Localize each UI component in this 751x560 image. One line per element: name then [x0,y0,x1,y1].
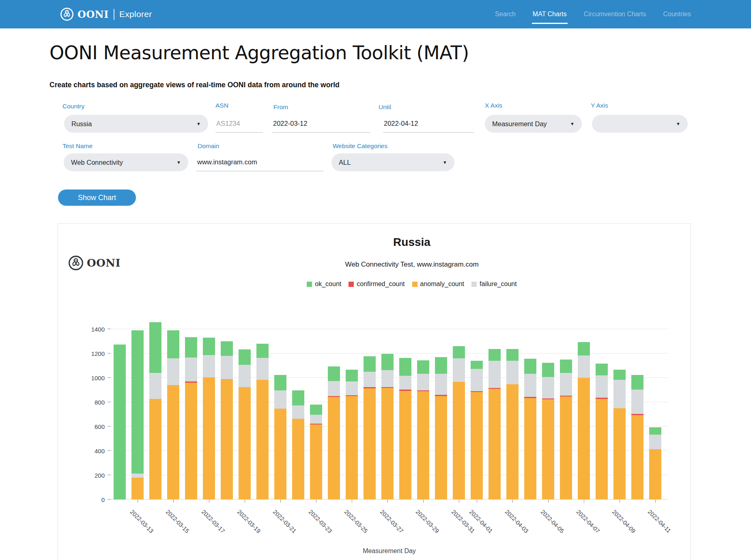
bar-segment-failure_count [292,405,304,419]
x-tick-mark [548,500,549,503]
chevron-down-icon: ▼ [172,160,181,165]
bar-2022-03-16[interactable] [185,317,197,500]
x-tick-mark [584,500,584,503]
bar-segment-anomaly_count [203,377,215,500]
bar-2022-03-28[interactable] [399,317,411,500]
bar-2022-03-14[interactable] [149,317,161,500]
bar-segment-ok_count [542,363,554,377]
bar-2022-03-24[interactable] [328,317,340,500]
bar-segment-ok_count [149,322,161,373]
x-tick-mark [620,500,620,503]
bar-2022-04-10[interactable] [631,317,643,500]
ooni-watermark-text: OONI [87,257,121,269]
bar-segment-confirmed_count [524,397,536,398]
bar-2022-03-22[interactable] [292,317,304,500]
x-tick-label: 2022-03-13 [129,508,155,534]
website-categories-label: Website Categories [333,142,387,150]
bar-2022-03-23[interactable] [310,317,322,500]
bar-segment-failure_count [435,374,447,395]
x-axis-select[interactable]: Measurement Day ▼ [485,115,582,133]
legend-label: failure_count [480,280,517,288]
legend-item-confirmed_count[interactable]: confirmed_count [349,280,405,288]
bar-2022-03-30[interactable] [435,317,447,500]
bar-segment-confirmed_count [560,396,572,396]
bar-segment-ok_count [613,370,626,380]
bar-segment-failure_count [149,373,161,399]
bar-segment-failure_count [185,358,197,381]
nav-item-circumvention-charts[interactable]: Circumvention Charts [584,11,646,18]
domain-input[interactable] [196,153,323,171]
bar-2022-04-05[interactable] [542,317,554,500]
x-tick-label: 2022-04-11 [647,508,672,534]
bar-2022-03-27[interactable] [381,317,394,500]
x-tick-mark [459,500,459,503]
bar-segment-confirmed_count [417,390,429,391]
bar-2022-04-03[interactable] [506,317,519,500]
x-tick-mark [209,500,209,503]
country-select[interactable]: Russia ▼ [64,115,208,133]
bar-2022-03-20[interactable] [256,317,269,500]
bar-2022-04-09[interactable] [613,317,626,500]
legend-item-anomaly_count[interactable]: anomaly_count [412,280,465,288]
bar-2022-03-21[interactable] [274,317,286,500]
show-chart-button[interactable]: Show Chart [58,190,136,206]
bar-2022-03-29[interactable] [417,317,429,500]
bar-2022-04-01[interactable] [471,317,483,500]
bar-segment-anomaly_count [167,385,179,500]
bar-2022-03-13[interactable] [131,317,144,500]
chart-legend: ok_countconfirmed_countanomaly_countfail… [133,280,691,288]
y-tick-label: 0 [80,496,105,503]
test-name-select[interactable]: Web Connectivity ▼ [64,153,188,171]
bar-2022-03-12[interactable] [114,317,126,500]
y-tick-label: 200 [80,472,105,479]
x-tick-label: 2022-04-09 [611,508,637,534]
chart-plot: Measurement Day 020040060080010001200140… [111,317,668,500]
x-tick-label: 2022-04-03 [504,508,530,534]
bar-segment-confirmed_count [596,398,608,399]
from-date-input[interactable] [272,115,370,133]
bar-2022-03-19[interactable] [239,317,251,500]
bar-2022-04-06[interactable] [560,317,572,500]
brand[interactable]: OONI Explorer [60,0,152,28]
ooni-octopus-icon [68,255,84,271]
nav-item-search[interactable]: Search [495,11,516,18]
main-nav: SearchMAT ChartsCircumvention ChartsCoun… [495,0,691,28]
bar-2022-03-17[interactable] [203,317,215,500]
bar-segment-confirmed_count [471,391,483,392]
nav-item-countries[interactable]: Countries [663,11,691,18]
bar-2022-04-02[interactable] [488,317,501,500]
x-tick-mark [512,500,513,503]
legend-swatch [412,282,417,287]
bar-2022-03-15[interactable] [167,317,179,500]
bar-segment-ok_count [435,357,447,374]
bar-2022-04-07[interactable] [578,317,590,500]
bar-segment-anomaly_count [381,388,394,500]
bar-2022-03-26[interactable] [364,317,376,500]
bar-segment-ok_count [310,405,322,415]
until-label: Until [379,103,391,111]
y-tick-mark [108,353,111,353]
until-date-input[interactable] [383,115,474,133]
legend-item-failure_count[interactable]: failure_count [471,280,517,288]
bar-segment-anomaly_count [131,478,144,500]
bar-2022-04-04[interactable] [524,317,536,500]
nav-item-mat-charts[interactable]: MAT Charts [533,11,567,18]
country-value: Russia [71,120,92,128]
bar-2022-03-31[interactable] [453,317,465,500]
y-axis-select[interactable]: ▼ [592,115,688,133]
x-tick-label: 2022-03-23 [308,508,334,534]
bar-2022-03-18[interactable] [221,317,233,500]
x-tick-mark [387,500,388,503]
bar-segment-anomaly_count [471,392,483,500]
bar-2022-04-11[interactable] [649,317,661,500]
bar-2022-04-08[interactable] [596,317,608,500]
asn-input[interactable] [215,115,263,133]
legend-item-ok_count[interactable]: ok_count [307,280,341,288]
bar-segment-ok_count [185,337,197,358]
bar-2022-03-25[interactable] [346,317,358,500]
bar-segment-confirmed_count [542,398,554,399]
website-categories-select[interactable]: ALL ▼ [331,153,454,171]
bar-segment-failure_count [274,390,286,409]
bar-segment-anomaly_count [274,409,286,500]
y-tick-mark [108,499,111,500]
